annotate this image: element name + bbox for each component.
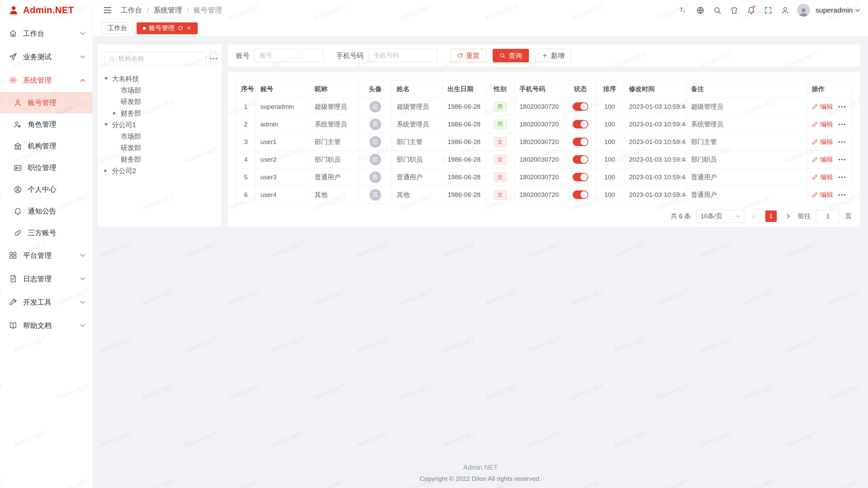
cell-gender: 男	[486, 116, 515, 133]
tab-workbench[interactable]: 工作台	[102, 22, 133, 34]
status-toggle[interactable]	[573, 155, 588, 164]
tree-node[interactable]: 分公司1	[104, 119, 215, 130]
sidebar-item-account-management[interactable]: 账号管理	[0, 92, 93, 114]
tree-node[interactable]: 研发部	[104, 142, 215, 154]
tree-node[interactable]: 分公司2	[104, 165, 215, 177]
status-toggle[interactable]	[573, 102, 588, 111]
sidebar-item-workbench[interactable]: 工作台	[0, 22, 93, 45]
edit-button[interactable]: 编辑	[812, 173, 833, 182]
user-avatar[interactable]	[797, 4, 810, 17]
page-number-current[interactable]: 1	[765, 210, 777, 222]
cell-modified-time: 2023-01-03 10:59:44	[624, 151, 686, 168]
breadcrumb-item[interactable]: 工作台	[121, 5, 142, 15]
status-toggle[interactable]	[573, 190, 588, 199]
notification-button[interactable]	[744, 3, 758, 18]
status-toggle[interactable]	[573, 173, 588, 181]
tab-account-management[interactable]: 账号管理	[137, 22, 198, 34]
edit-button[interactable]: 编辑	[812, 138, 833, 146]
cell-remark: 部门职员	[686, 151, 807, 168]
refresh-icon[interactable]	[178, 25, 183, 31]
sidebar-item-role-management[interactable]: 角色管理	[0, 114, 93, 135]
edit-button[interactable]: 编辑	[812, 155, 833, 164]
tree-node[interactable]: 市场部	[104, 84, 215, 96]
edit-icon	[812, 157, 818, 163]
more-actions-button[interactable]	[839, 141, 845, 143]
chevron-right-icon	[785, 214, 790, 219]
tree-node[interactable]: 市场部	[104, 130, 215, 142]
previous-page-button[interactable]	[750, 210, 760, 222]
more-actions-button[interactable]	[839, 194, 845, 196]
tree-node[interactable]: 大名科技	[104, 73, 215, 84]
row-avatar: 部	[370, 154, 381, 165]
close-icon[interactable]	[186, 25, 192, 31]
chevron-down-icon	[80, 252, 85, 257]
sidebar-item-system-management[interactable]: 系统管理	[0, 68, 93, 92]
cell-remark: 普通用户	[686, 168, 807, 186]
theme-button[interactable]	[727, 3, 742, 18]
search-button[interactable]: 查询	[493, 49, 529, 62]
avatar-person-icon	[798, 6, 809, 17]
account-input[interactable]	[254, 49, 323, 62]
username[interactable]: superadmin	[815, 6, 853, 14]
table-row: 3user1部门主管部部门主管1986-06-28女18020030720100…	[236, 133, 852, 151]
org-search-input[interactable]	[118, 55, 201, 62]
status-toggle[interactable]	[573, 120, 588, 128]
sidebar-item-position-management[interactable]: 职位管理	[0, 157, 93, 179]
menu-collapse-button[interactable]	[102, 4, 113, 16]
font-size-button[interactable]: Tt	[676, 3, 691, 18]
cell-name: 超级管理员	[392, 98, 443, 116]
locale-button[interactable]	[693, 3, 708, 18]
chevron-down-icon[interactable]	[855, 7, 860, 12]
sidebar-item-notice-announcement[interactable]: 通知公告	[0, 200, 93, 222]
column-header-phone: 手机号码	[515, 80, 566, 98]
sidebar-item-business-test[interactable]: 业务测试	[0, 45, 93, 68]
gender-tag: 女	[494, 137, 507, 147]
more-actions-button[interactable]	[839, 106, 845, 107]
gender-tag: 男	[494, 102, 507, 111]
next-page-button[interactable]	[782, 210, 792, 222]
breadcrumb-separator: /	[147, 6, 149, 14]
sidebar-item-personal-center[interactable]: 个人中心	[0, 179, 93, 200]
phone-input[interactable]	[368, 49, 437, 62]
sidebar-item-platform-management[interactable]: 平台管理	[0, 244, 93, 267]
sidebar-item-third-party-account[interactable]: 三方账号	[0, 222, 93, 244]
tree-more-button[interactable]	[210, 52, 217, 65]
global-search-button[interactable]	[710, 3, 725, 18]
app-logo[interactable]: Admin.NET	[0, 0, 93, 20]
cell-index: 6	[236, 186, 256, 204]
search-icon	[713, 6, 722, 15]
pagination: 共 6 条 10条/页 1 前往 页	[236, 210, 852, 223]
page-size-select[interactable]: 10条/页	[696, 210, 744, 223]
sidebar-item-organization-management[interactable]: 机构管理	[0, 135, 93, 157]
cell-account: user1	[256, 133, 310, 151]
reset-button[interactable]: 重置	[450, 49, 487, 62]
edit-button[interactable]: 编辑	[812, 120, 833, 129]
tree-node[interactable]: 财务部	[104, 107, 215, 119]
more-actions-button[interactable]	[839, 124, 845, 125]
sidebar-item-help-docs[interactable]: 帮助文档	[0, 314, 93, 337]
fullscreen-button[interactable]	[761, 3, 775, 18]
profile-button[interactable]	[777, 3, 792, 18]
caret-right-icon	[113, 111, 116, 115]
search-icon	[109, 56, 115, 62]
cell-remark: 超级管理员	[686, 98, 807, 116]
add-button[interactable]: 新增	[535, 49, 571, 62]
more-actions-button[interactable]	[839, 159, 845, 160]
status-toggle[interactable]	[573, 138, 588, 146]
goto-page-input[interactable]	[816, 210, 840, 223]
page-size-value: 10条/页	[701, 212, 722, 221]
goto-label: 前往	[798, 212, 811, 221]
search-button-label: 查询	[509, 51, 522, 60]
hamburger-icon	[103, 6, 112, 15]
sidebar-item-dev-tools[interactable]: 开发工具	[0, 290, 93, 314]
sidebar-item-log-management[interactable]: 日志管理	[0, 267, 93, 290]
edit-button[interactable]: 编辑	[812, 190, 833, 199]
tree-node[interactable]: 财务部	[104, 154, 215, 165]
more-actions-button[interactable]	[839, 177, 845, 178]
cell-sort: 100	[595, 116, 624, 133]
breadcrumb-item[interactable]: 系统管理	[154, 5, 182, 15]
cell-nickname: 部门主管	[310, 133, 359, 151]
edit-button[interactable]: 编辑	[812, 102, 833, 111]
cell-account: user3	[256, 168, 310, 186]
tree-node[interactable]: 研发部	[104, 96, 215, 107]
